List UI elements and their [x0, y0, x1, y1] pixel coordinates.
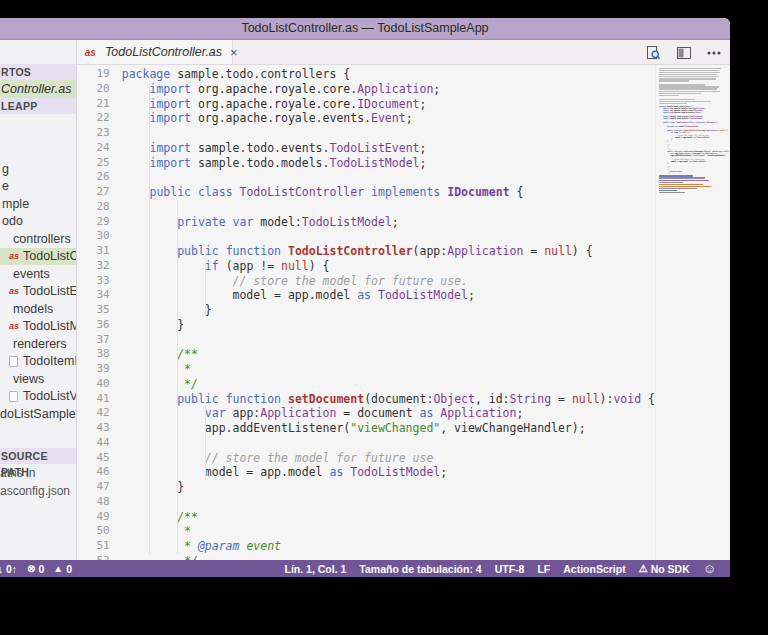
line-number: 25 [77, 156, 110, 171]
tab-todolistcontroller[interactable]: as TodoListController.as × [77, 40, 233, 64]
code-line[interactable]: import org.apache.royale.core.Applicatio… [122, 82, 655, 97]
line-number: 20 [77, 82, 110, 97]
code-line[interactable]: if (app != null) { [122, 259, 655, 274]
status-item[interactable]: LF [537, 563, 550, 575]
open-editor-item[interactable]: Controller.as src/main/royal… [0, 80, 76, 98]
line-number: 51 [77, 539, 110, 554]
more-actions-icon[interactable] [706, 45, 722, 61]
open-editors-header[interactable]: RTOS [0, 64, 76, 80]
status-item[interactable]: Tamaño de tabulación: 4 [359, 563, 481, 575]
line-number: 24 [77, 141, 110, 156]
tree-item[interactable]: events [0, 265, 76, 283]
code-line[interactable]: model = app.model as TodoListModel; [122, 288, 655, 303]
tree-item[interactable]: asTodoListModel.as [0, 318, 76, 336]
code-line[interactable] [122, 333, 655, 348]
code-line[interactable] [122, 170, 655, 185]
window-titlebar[interactable]: TodoListController.as — TodoListSampleAp… [0, 18, 730, 40]
split-editor-icon[interactable] [676, 45, 692, 61]
code-line[interactable] [122, 229, 655, 244]
code-line[interactable] [122, 436, 655, 451]
line-number: 31 [77, 244, 110, 259]
code-line[interactable] [122, 495, 655, 510]
minimap-code: package sample.todo.controllers { import… [659, 105, 730, 175]
code-line[interactable]: private var model:TodoListModel; [122, 215, 655, 230]
code-line[interactable]: * [122, 524, 655, 539]
code-line[interactable]: var app:Application = document as Applic… [122, 406, 655, 421]
tree-item[interactable]: asTodoListEvent.as [0, 283, 76, 301]
tree-item[interactable]: controllers [0, 230, 76, 248]
tree-item[interactable]: doListSampleApp.mxml [0, 405, 76, 423]
line-number: 26 [77, 170, 110, 185]
code-line[interactable]: model = app.model as TodoListModel; [122, 465, 655, 480]
status-item[interactable]: ActionScript [563, 563, 625, 575]
indent-guide [205, 406, 206, 480]
as-file-icon: as [9, 321, 19, 331]
feedback-smiley-icon[interactable]: ☺ [703, 562, 716, 575]
status-item[interactable]: ⚠No SDK [639, 563, 690, 575]
project-header[interactable]: LEAPP [0, 98, 76, 114]
file-icon [9, 391, 18, 402]
line-number: 43 [77, 421, 110, 436]
tree-item-label: controllers [13, 232, 71, 246]
code-line[interactable]: public function setDocument(document:Obj… [122, 392, 655, 407]
tab-close-icon[interactable]: × [230, 46, 238, 59]
code-line[interactable]: public class TodoListController implemen… [122, 185, 655, 200]
tree-item[interactable]: views [0, 370, 76, 388]
code-line[interactable]: * @param event [122, 539, 655, 554]
open-editor-name: Controller.as [1, 82, 71, 96]
code-line[interactable]: import org.apache.royale.events.Event; [122, 111, 655, 126]
tree-item[interactable]: e [0, 178, 76, 196]
code-line[interactable]: * [122, 362, 655, 377]
source-path-header[interactable]: SOURCE PATH [0, 448, 76, 464]
code-line[interactable]: import sample.todo.models.TodoListModel; [122, 156, 655, 171]
code-line[interactable]: /** [122, 347, 655, 362]
tree-item-label: TodoListEvent.as [23, 284, 77, 298]
tree-item[interactable]: TodoItemRenderer.mxml [0, 353, 76, 371]
tree-item[interactable]: g [0, 160, 76, 178]
as-file-icon: as [85, 47, 96, 58]
code-line[interactable]: } [122, 303, 655, 318]
as-file-icon: as [9, 251, 19, 261]
code-line[interactable]: package sample.todo.controllers { [122, 67, 655, 82]
tree-item[interactable]: models [0, 300, 76, 318]
tree-item[interactable]: TodoListView.mxml [0, 388, 76, 406]
line-number: 38 [77, 347, 110, 362]
code-line[interactable]: import sample.todo.events.TodoListEvent; [122, 141, 655, 156]
minimap[interactable]: package sample.todo.controllers { import… [655, 65, 730, 560]
code-line[interactable]: // store the model for future use [122, 451, 655, 466]
tree-item[interactable]: asTodoListController.as [0, 248, 76, 266]
line-number: 50 [77, 524, 110, 539]
tree-item[interactable]: odo [0, 213, 76, 231]
line-number: 35 [77, 303, 110, 318]
tree-item-label: renderers [13, 337, 67, 351]
code-line[interactable]: // store the model for future use. [122, 274, 655, 289]
problems-status[interactable]: ⊗ 0 ▲ 0 [27, 563, 72, 575]
line-number: 32 [77, 259, 110, 274]
tab-bar: as TodoListController.as × [77, 40, 730, 65]
line-number: 23 [77, 126, 110, 141]
open-preview-icon[interactable] [645, 45, 662, 61]
code-line: */ [659, 172, 730, 174]
status-item[interactable]: Lín. 1, Col. 1 [284, 563, 346, 575]
code-line[interactable]: /** [122, 510, 655, 525]
code-line[interactable] [122, 200, 655, 215]
git-sync-status[interactable]: 0↓ 0↑ [0, 563, 17, 575]
code-line[interactable]: } [122, 480, 655, 495]
code-line[interactable] [122, 126, 655, 141]
source-path-item[interactable]: aths in asconfig.json [0, 464, 76, 482]
code-line[interactable]: app.addEventListener("viewChanged", view… [122, 421, 655, 436]
tree-item-label: odo [2, 214, 23, 228]
line-number: 46 [77, 465, 110, 480]
status-item[interactable]: UTF-8 [495, 563, 525, 575]
tree-item[interactable]: mple [0, 195, 76, 213]
code-line[interactable]: */ [122, 554, 655, 560]
tree-item[interactable]: renderers [0, 335, 76, 353]
code-line[interactable]: } [122, 318, 655, 333]
warnings-icon: ▲ [53, 563, 63, 574]
code-line[interactable]: public function TodoListController(app:A… [122, 244, 655, 259]
line-number: 34 [77, 288, 110, 303]
code-editor[interactable]: package sample.todo.controllers { import… [122, 65, 655, 560]
line-number: 41 [77, 392, 110, 407]
code-line[interactable]: import org.apache.royale.core.IDocument; [122, 97, 655, 112]
code-line[interactable]: */ [122, 377, 655, 392]
